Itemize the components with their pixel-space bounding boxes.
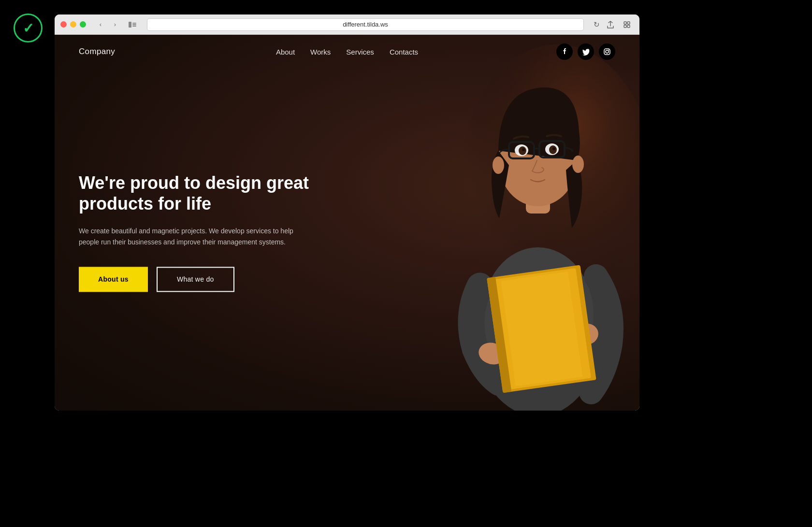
svg-rect-2: [132, 24, 136, 25]
maximize-button[interactable]: [80, 21, 86, 28]
checkmark-overlay: [14, 14, 43, 43]
back-button[interactable]: ‹: [94, 19, 107, 30]
svg-rect-5: [627, 22, 630, 24]
about-us-button[interactable]: About us: [79, 267, 148, 292]
nav-link-works[interactable]: Works: [310, 48, 331, 56]
browser-window: ‹ › different.tilda.ws ↻: [55, 14, 639, 411]
what-we-do-button[interactable]: What we do: [157, 267, 234, 292]
svg-point-27: [493, 157, 504, 174]
hero-subtitle: We create beautiful and magnetic project…: [79, 226, 301, 248]
hero-title: We're proud to design great products for…: [79, 172, 330, 214]
reload-button[interactable]: ↻: [594, 20, 600, 29]
svg-rect-3: [132, 26, 136, 27]
nav-link-about[interactable]: About: [276, 48, 295, 56]
nav-link-contacts[interactable]: Contacts: [390, 48, 418, 56]
website-content: Company About Works Services Contacts: [55, 35, 639, 411]
share-button[interactable]: [604, 19, 617, 30]
svg-point-28: [572, 156, 584, 173]
svg-point-26: [552, 147, 555, 150]
svg-rect-1: [132, 23, 136, 24]
social-icons: [556, 43, 615, 60]
sidebar-toggle[interactable]: [126, 19, 139, 30]
svg-rect-6: [624, 25, 626, 28]
svg-rect-4: [624, 22, 626, 24]
hero-buttons: About us What we do: [79, 267, 330, 292]
browser-toolbar: ‹ › different.tilda.ws ↻: [55, 14, 639, 35]
toolbar-right: [604, 19, 634, 30]
svg-point-31: [609, 50, 609, 51]
instagram-icon[interactable]: [599, 43, 615, 60]
traffic-lights: [60, 21, 86, 28]
nav-buttons: ‹ ›: [94, 19, 122, 30]
twitter-icon[interactable]: [578, 43, 594, 60]
svg-point-30: [606, 50, 609, 53]
address-bar[interactable]: different.tilda.ws: [147, 18, 584, 31]
nav-links: About Works Services Contacts: [276, 48, 418, 56]
close-button[interactable]: [60, 21, 67, 28]
hero-image: [436, 35, 639, 411]
nav-link-services[interactable]: Services: [346, 48, 374, 56]
site-logo: Company: [79, 47, 115, 57]
facebook-icon[interactable]: [556, 43, 573, 60]
svg-point-25: [522, 148, 525, 151]
tab-overview-button[interactable]: [620, 19, 634, 30]
hero-content: We're proud to design great products for…: [79, 172, 330, 292]
forward-button[interactable]: ›: [108, 19, 122, 30]
minimize-button[interactable]: [70, 21, 76, 28]
svg-rect-0: [129, 22, 131, 28]
site-navigation: Company About Works Services Contacts: [55, 35, 639, 69]
svg-rect-7: [627, 25, 630, 28]
url-text: different.tilda.ws: [343, 21, 388, 28]
